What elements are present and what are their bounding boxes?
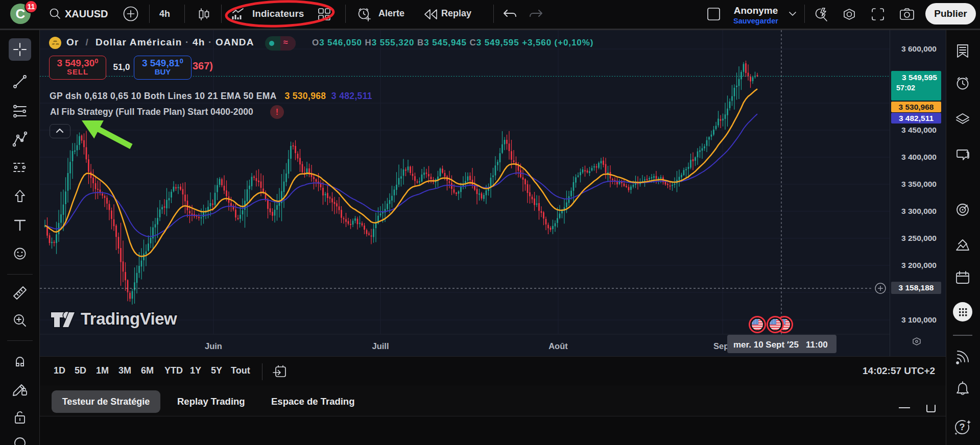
svg-text:Juin: Juin	[205, 341, 222, 351]
svg-text:?: ?	[960, 422, 965, 432]
svg-text:Juill: Juill	[372, 341, 389, 351]
svg-text:Août: Août	[548, 341, 568, 351]
svg-text:mer. 10 Sept ′25 11:00: mer. 10 Sept ′25 11:00	[733, 340, 828, 350]
svg-text:TradingView: TradingView	[81, 309, 177, 328]
